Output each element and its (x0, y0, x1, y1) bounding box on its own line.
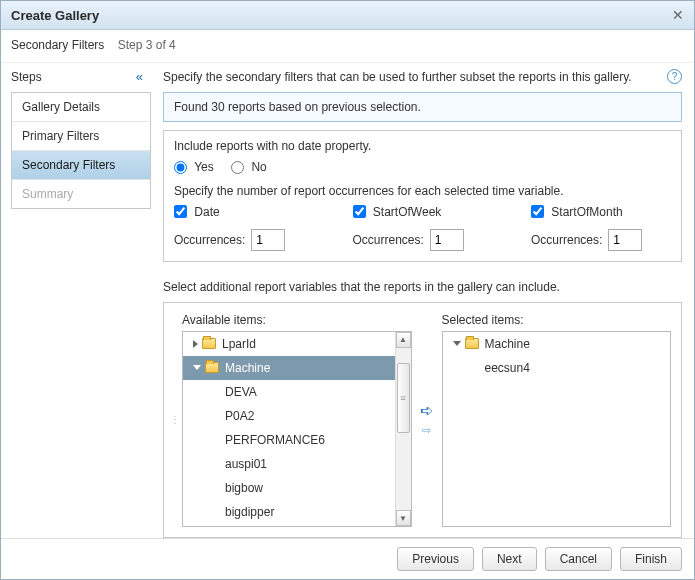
move-right-all-icon[interactable]: ⇨ (422, 425, 431, 436)
steps-list: Gallery Details Primary Filters Secondar… (11, 92, 151, 209)
found-reports-text: Found 30 reports based on previous selec… (174, 100, 421, 114)
list-item[interactable]: auspi01 (183, 452, 395, 476)
dialog-title: Create Gallery (11, 8, 99, 23)
steps-panel: Steps « Gallery Details Primary Filters … (1, 63, 151, 538)
step-gallery-details[interactable]: Gallery Details (12, 93, 150, 122)
available-header: Available items: (182, 313, 412, 327)
step-primary-filters[interactable]: Primary Filters (12, 122, 150, 151)
startofweek-checkbox[interactable] (353, 205, 366, 218)
tree-item-machine[interactable]: Machine (183, 356, 395, 380)
shuttle-box: ⋮⋮ Available items: LparId (163, 302, 682, 538)
available-col: Available items: LparId Machine (182, 313, 412, 527)
startofmonth-checkbox[interactable] (531, 205, 544, 218)
scroll-thumb[interactable] (397, 363, 410, 433)
scrollbar[interactable]: ▲ ▼ (395, 332, 411, 526)
chevron-right-icon (193, 340, 198, 348)
radio-yes[interactable] (174, 161, 187, 174)
available-listbox[interactable]: LparId Machine DEVA P0A2 PERFORMANCE6 au… (182, 331, 412, 527)
cancel-button[interactable]: Cancel (545, 547, 612, 571)
titlebar: Create Gallery ✕ (1, 1, 694, 30)
radio-yes-label[interactable]: Yes (174, 160, 217, 174)
occurrences-label-2: Occurrences: (353, 233, 424, 247)
occurrences-label-3: Occurrences: (531, 233, 602, 247)
subtitle: Secondary Filters (11, 38, 104, 52)
folder-icon (465, 338, 479, 349)
folder-icon (205, 362, 219, 373)
include-no-date-label: Include reports with no date property. (174, 139, 671, 153)
occurrences-input-startofweek[interactable] (430, 229, 464, 251)
startofweek-checkbox-label[interactable]: StartOfWeek (353, 204, 442, 218)
drag-handle-left[interactable]: ⋮⋮ (174, 313, 182, 527)
steps-header-label: Steps (11, 70, 42, 84)
list-item[interactable]: P0A2 (183, 404, 395, 428)
main-panel: Specify the secondary filters that can b… (151, 63, 694, 538)
selected-col: Selected items: Machine eecsun4 (442, 313, 672, 527)
finish-button[interactable]: Finish (620, 547, 682, 571)
list-item[interactable]: bigdipper (183, 500, 395, 524)
footer: Previous Next Cancel Finish (1, 538, 694, 579)
folder-icon (202, 338, 216, 349)
radio-no-label[interactable]: No (231, 160, 267, 174)
list-item[interactable]: eecsun4 (443, 356, 671, 380)
include-no-date-radios: Yes No (174, 159, 671, 174)
subheader: Secondary Filters Step 3 of 4 (1, 30, 694, 63)
occurrences-input-date[interactable] (251, 229, 285, 251)
move-right-icon[interactable]: ➪ (420, 403, 433, 419)
selected-listbox[interactable]: Machine eecsun4 (442, 331, 672, 527)
collapse-panel-icon[interactable]: « (136, 69, 143, 84)
step-summary: Summary (12, 180, 150, 208)
date-checkbox[interactable] (174, 205, 187, 218)
occurrences-label-1: Occurrences: (174, 233, 245, 247)
occurrences-input-startofmonth[interactable] (608, 229, 642, 251)
selected-header: Selected items: (442, 313, 672, 327)
scroll-up-icon[interactable]: ▲ (396, 332, 411, 348)
instruction-text: Specify the secondary filters that can b… (163, 70, 632, 84)
startofmonth-checkbox-label[interactable]: StartOfMonth (531, 204, 623, 218)
create-gallery-dialog: Create Gallery ✕ Secondary Filters Step … (0, 0, 695, 580)
help-icon[interactable]: ? (667, 69, 682, 84)
chevron-down-icon (453, 341, 461, 346)
shuttle-buttons: ➪ ⇨ (412, 313, 442, 527)
select-additional-label: Select additional report variables that … (163, 280, 682, 294)
chevron-down-icon (193, 365, 201, 370)
list-item[interactable]: DEVA (183, 380, 395, 404)
occurrences-instruction: Specify the number of report occurrences… (174, 184, 671, 198)
tree-item-machine-selected[interactable]: Machine (443, 332, 671, 356)
scroll-down-icon[interactable]: ▼ (396, 510, 411, 526)
date-checkbox-label[interactable]: Date (174, 204, 220, 218)
next-button[interactable]: Next (482, 547, 537, 571)
options-box: Include reports with no date property. Y… (163, 130, 682, 262)
radio-no[interactable] (231, 161, 244, 174)
step-secondary-filters[interactable]: Secondary Filters (12, 151, 150, 180)
tree-item-lparid[interactable]: LparId (183, 332, 395, 356)
found-reports-box: Found 30 reports based on previous selec… (163, 92, 682, 122)
previous-button[interactable]: Previous (397, 547, 474, 571)
list-item[interactable]: bigbow (183, 476, 395, 500)
step-indicator: Step 3 of 4 (118, 38, 176, 52)
list-item[interactable]: PERFORMANCE6 (183, 428, 395, 452)
close-icon[interactable]: ✕ (672, 7, 684, 23)
